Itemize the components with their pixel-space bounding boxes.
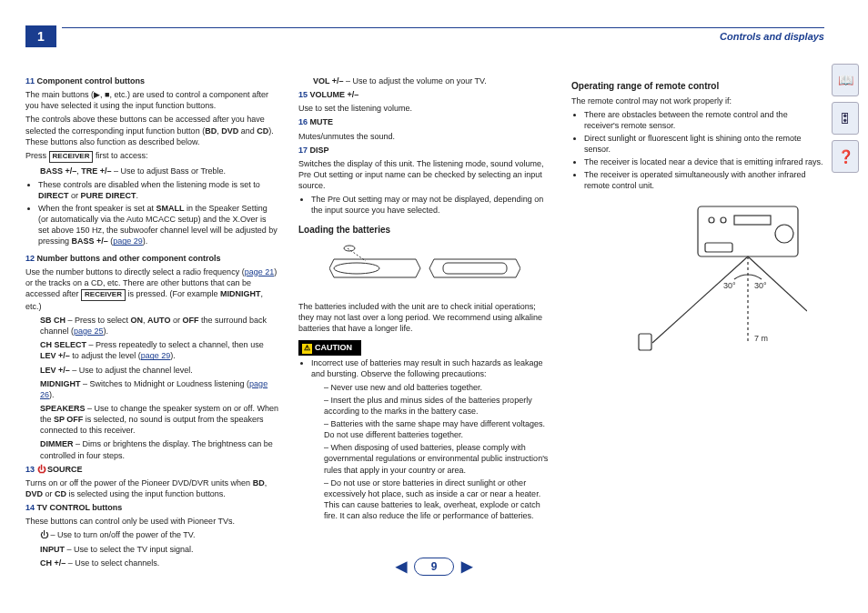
item-title: Component control buttons xyxy=(37,76,145,85)
angle-right-label: 30° xyxy=(754,281,767,290)
svg-point-0 xyxy=(334,263,379,274)
page-link[interactable]: page 21 xyxy=(245,267,275,276)
body-text: These buttons can control only be used w… xyxy=(25,516,278,527)
list-item: Direct sunlight or fluorescent light is … xyxy=(584,133,824,155)
tab-receiver-icon[interactable]: 🎛 xyxy=(832,102,859,135)
header-rule: Controls and displays xyxy=(62,27,824,28)
item-title: TV CONTROL buttons xyxy=(37,503,123,512)
dash-list: Never use new and old batteries together… xyxy=(311,382,551,522)
item-number: 13 xyxy=(25,465,35,474)
warning-icon: ⚠ xyxy=(302,344,312,354)
body-text: INPUT – Use to select the TV input signa… xyxy=(40,544,278,555)
item-11-head: 11 Component control buttons xyxy=(25,75,278,86)
caution-heading: ⚠CAUTION xyxy=(298,340,361,356)
svg-rect-2 xyxy=(443,263,507,274)
item-number: 12 xyxy=(25,254,35,263)
next-page-button[interactable]: ▶ xyxy=(461,557,472,577)
list-item: When disposing of used batteries, please… xyxy=(324,442,551,475)
item-title: VOLUME +/– xyxy=(310,90,359,99)
item-15-head: 15 VOLUME +/– xyxy=(298,89,551,100)
tab-manual-icon[interactable]: 📖 xyxy=(832,64,859,96)
side-tabs: 📖 🎛 ❓ xyxy=(832,64,859,173)
svg-point-5 xyxy=(721,217,726,223)
body-text: The controls above these buttons can be … xyxy=(25,114,278,146)
operating-range-heading: Operating range of remote control xyxy=(571,80,824,93)
list-item: Incorrect use of batteries may result in… xyxy=(311,357,551,521)
angle-left-label: 30° xyxy=(723,281,736,290)
item-14-head: 14 TV CONTROL buttons xyxy=(25,502,278,513)
header-title: Controls and displays xyxy=(720,30,824,44)
receiver-keycap: RECEIVER xyxy=(49,151,94,163)
list-item: There are obstacles between the remote c… xyxy=(584,109,824,131)
item-13-head: 13 ⏻ SOURCE xyxy=(25,464,278,475)
body-text: SPEAKERS – Use to change the speaker sys… xyxy=(40,403,278,436)
item-17-head: 17 DISP xyxy=(298,145,551,156)
power-icon: ⏻ xyxy=(37,465,45,474)
column-middle: VOL +/– – Use to adjust the volume on yo… xyxy=(298,73,551,571)
item-16-head: 16 MUTE xyxy=(298,116,551,127)
body-text: DIMMER – Dims or brightens the display. … xyxy=(40,438,278,460)
page-link[interactable]: page 25 xyxy=(74,327,104,336)
bullet-list: Incorrect use of batteries may result in… xyxy=(298,357,551,521)
tab-help-icon[interactable]: ❓ xyxy=(832,140,859,173)
body-text: CH SELECT – Press repeatedly to select a… xyxy=(40,339,278,361)
item-number: 11 xyxy=(25,76,35,85)
svg-point-4 xyxy=(709,217,714,223)
body-text: Turns on or off the power of the Pioneer… xyxy=(25,477,278,499)
page-link[interactable]: page 29 xyxy=(141,351,171,360)
chapter-badge: 1 xyxy=(25,25,56,47)
page-number: 9 xyxy=(414,558,455,576)
body-text: Mutes/unmutes the sound. xyxy=(298,131,551,142)
item-number: 15 xyxy=(298,90,308,99)
item-title: MUTE xyxy=(310,117,334,126)
body-text: The remote control may not work properly… xyxy=(571,95,824,106)
loading-batteries-heading: Loading the batteries xyxy=(298,224,551,236)
range-illustration: 30° 30° 7 m xyxy=(589,197,807,352)
column-left: 11 Component control buttons The main bu… xyxy=(25,73,278,571)
svg-point-7 xyxy=(775,225,793,243)
list-item: Batteries with the same shape may have d… xyxy=(324,418,551,440)
list-item: The receiver is located near a device th… xyxy=(584,156,824,167)
item-number: 16 xyxy=(298,117,308,126)
bullet-list: These controls are disabled when the lis… xyxy=(25,179,278,247)
bullet-list: There are obstacles between the remote c… xyxy=(571,109,824,192)
body-text: MIDNIGHT – Switches to Midnight or Loudn… xyxy=(40,378,278,400)
list-item: Do not use or store batteries in direct … xyxy=(324,477,551,522)
receiver-keycap: RECEIVER xyxy=(81,289,126,301)
item-number: 17 xyxy=(298,146,308,155)
body-text: LEV +/– – Use to adjust the channel leve… xyxy=(40,365,278,376)
list-item: Insert the plus and minus sides of the b… xyxy=(324,395,551,417)
item-title: Number buttons and other component contr… xyxy=(37,254,221,263)
column-right: Operating range of remote control The re… xyxy=(571,73,824,571)
item-title: DISP xyxy=(310,146,329,155)
list-item: The Pre Out setting may or may not be di… xyxy=(311,194,551,216)
body-text: ⏻ – Use to turn on/off the power of the … xyxy=(40,529,278,540)
body-text: Press RECEIVER first to access: xyxy=(25,150,278,163)
body-text: SB CH – Press to select ON, AUTO or OFF … xyxy=(40,315,278,337)
list-item: The receiver is operated simultaneously … xyxy=(584,169,824,191)
prev-page-button[interactable]: ◀ xyxy=(396,557,407,577)
battery-illustration xyxy=(329,241,520,296)
svg-rect-6 xyxy=(734,216,771,225)
body-text: The batteries included with the unit are… xyxy=(298,301,551,334)
page-link[interactable]: page 29 xyxy=(113,236,143,246)
svg-rect-3 xyxy=(698,206,798,256)
body-text: The main buttons (▶, ■, etc.) are used t… xyxy=(25,89,278,111)
pager: ◀ 9 ▶ xyxy=(0,557,868,577)
item-title: SOURCE xyxy=(47,465,83,474)
list-item: These controls are disabled when the lis… xyxy=(38,179,278,201)
item-number: 14 xyxy=(25,503,35,512)
bullet-list: The Pre Out setting may or may not be di… xyxy=(298,194,551,216)
svg-point-1 xyxy=(344,246,355,251)
body-text: BASS +/–, TRE +/– – Use to adjust Bass o… xyxy=(40,166,278,176)
svg-rect-12 xyxy=(639,334,651,350)
item-12-head: 12 Number buttons and other component co… xyxy=(25,253,278,264)
body-text: VOL +/– – Use to adjust the volume on yo… xyxy=(313,75,551,86)
body-text: Switches the display of this unit. The l… xyxy=(298,158,551,191)
body-text: Use to set the listening volume. xyxy=(298,103,551,114)
list-item: Never use new and old batteries together… xyxy=(324,382,551,393)
svg-rect-8 xyxy=(705,243,732,252)
body-text: Use the number buttons to directly selec… xyxy=(25,266,278,312)
list-item: When the front speaker is set at SMALL i… xyxy=(38,203,278,247)
svg-line-10 xyxy=(652,256,748,343)
